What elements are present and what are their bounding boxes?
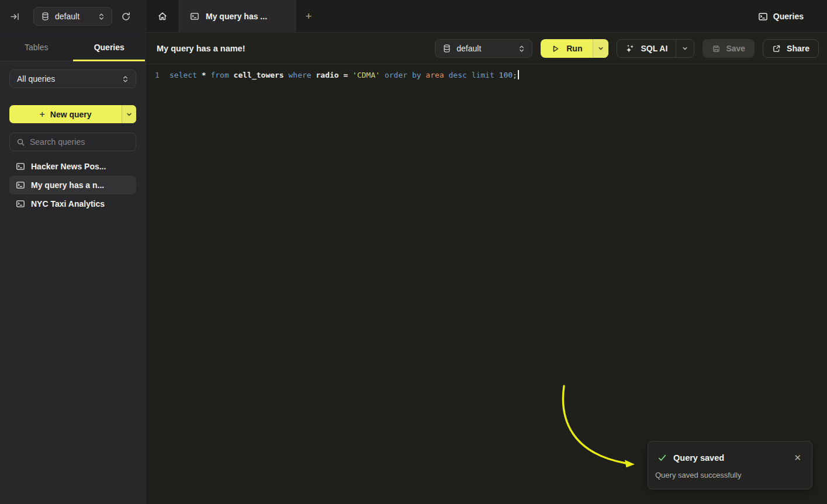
query-filter-select[interactable]: All queries (9, 69, 136, 88)
play-icon (551, 44, 560, 53)
updown-chevrons-icon (122, 75, 129, 84)
sql-token: = (343, 71, 352, 79)
queries-indicator[interactable]: Queries (758, 0, 827, 33)
sql-token: by (412, 71, 425, 79)
text-cursor (518, 70, 519, 79)
sql-token: select (169, 71, 202, 79)
toast-close-button[interactable]: ✕ (790, 452, 805, 463)
sparkles-icon (625, 44, 635, 53)
query-list-item-selected[interactable]: My query has a n... (9, 176, 136, 194)
terminal-icon (16, 180, 25, 190)
topbar-database-select[interactable]: default (33, 7, 112, 26)
share-icon (772, 44, 781, 53)
refresh-button[interactable] (117, 8, 134, 25)
tab-label: My query has ... (206, 12, 267, 21)
header-actions: default Run (435, 39, 819, 58)
updown-chevrons-icon (98, 12, 105, 21)
sql-token: * (202, 71, 211, 79)
sidebar-tab-tables-label: Tables (25, 43, 48, 52)
run-button[interactable]: Run (541, 39, 593, 58)
query-list-item[interactable]: Hacker News Pos... (9, 157, 136, 176)
sql-console-window: default (0, 0, 827, 504)
sql-ai-label: SQL AI (641, 44, 667, 53)
query-item-label: My query has a n... (31, 180, 104, 190)
database-icon (41, 12, 50, 21)
code-line: 1 select * from cell_towers where radio … (146, 65, 827, 81)
sql-statement: select * from cell_towers where radio = … (169, 69, 519, 81)
query-list-item[interactable]: NYC Taxi Analytics (9, 194, 136, 213)
sidebar: Tables Queries All queries + New query (0, 33, 146, 504)
new-query-split-button: + New query (9, 105, 136, 123)
collapse-sidebar-icon (10, 12, 20, 22)
chevron-down-icon (126, 112, 132, 117)
sql-token: order (385, 71, 412, 79)
sql-token: cell_towers (234, 71, 289, 79)
query-item-label: NYC Taxi Analytics (31, 199, 105, 208)
sql-token: limit (472, 71, 499, 79)
updown-chevrons-icon (518, 44, 525, 53)
query-filter-value: All queries (17, 74, 117, 84)
save-button[interactable]: Save (703, 39, 755, 58)
save-button-label: Save (726, 44, 745, 53)
topbar-left-section: default (0, 0, 146, 33)
topbar: default (0, 0, 827, 33)
collapse-sidebar-button[interactable] (6, 8, 23, 25)
sql-token: desc (449, 71, 472, 79)
topbar-database-value: default (55, 12, 93, 21)
sidebar-tab-queries-label: Queries (94, 43, 124, 52)
sql-token: where (289, 71, 316, 79)
refresh-icon (121, 12, 131, 22)
sql-ai-options-button[interactable] (676, 40, 694, 57)
toast-message: Query saved successfully (655, 471, 805, 479)
home-button[interactable] (154, 8, 171, 25)
sql-token: area (425, 71, 448, 79)
line-number: 1 (146, 69, 169, 81)
run-database-value: default (456, 44, 513, 53)
sql-token: from (210, 71, 233, 79)
sql-token: radio (316, 71, 343, 79)
home-icon (157, 11, 168, 22)
sql-token: 100 (499, 71, 513, 79)
tab-my-query[interactable]: My query has ... (179, 0, 296, 33)
share-button-label: Share (787, 44, 809, 53)
new-query-dropdown-button[interactable] (122, 105, 136, 123)
new-tab-button[interactable]: + (296, 0, 321, 33)
query-item-label: Hacker News Pos... (31, 162, 106, 171)
sidebar-tabs: Tables Queries (0, 33, 146, 61)
search-queries-input[interactable] (30, 137, 136, 147)
search-queries-box (9, 133, 136, 151)
chevron-down-icon (682, 46, 688, 51)
sql-token: 'CDMA' (352, 71, 385, 79)
new-query-button[interactable]: + New query (9, 105, 122, 123)
terminal-icon (16, 162, 25, 171)
database-icon (442, 44, 451, 53)
run-button-label: Run (566, 44, 582, 53)
terminal-icon (758, 12, 768, 22)
queries-indicator-label: Queries (773, 12, 804, 21)
chevron-down-icon (598, 46, 604, 51)
query-title: My query has a name! (157, 44, 245, 53)
sql-ai-button[interactable]: SQL AI (617, 40, 676, 57)
sql-token: ; (513, 71, 517, 79)
terminal-icon (16, 199, 25, 208)
topbar-tabs-section: My query has ... + Queries (146, 0, 827, 33)
toast-title: Query saved (673, 453, 784, 463)
sidebar-tab-tables[interactable]: Tables (0, 33, 73, 61)
query-header: My query has a name! default (146, 33, 827, 64)
sidebar-body: All queries + New query (0, 61, 146, 213)
saved-query-list: Hacker News Pos... My query has a n... (9, 157, 136, 213)
sidebar-tab-queries[interactable]: Queries (73, 33, 146, 61)
run-options-button[interactable] (593, 39, 608, 58)
toast-query-saved: Query saved ✕ Query saved successfully (648, 441, 812, 489)
plus-icon: + (39, 109, 44, 120)
share-button[interactable]: Share (763, 39, 819, 58)
run-split-button: Run (541, 39, 608, 58)
sql-ai-split-button: SQL AI (617, 39, 694, 58)
search-icon (16, 138, 25, 147)
save-icon (712, 44, 721, 53)
terminal-icon (190, 12, 199, 21)
new-query-label: New query (50, 110, 92, 119)
run-database-select[interactable]: default (435, 39, 532, 58)
sql-editor[interactable]: 1 select * from cell_towers where radio … (146, 65, 827, 504)
check-icon (658, 453, 667, 463)
